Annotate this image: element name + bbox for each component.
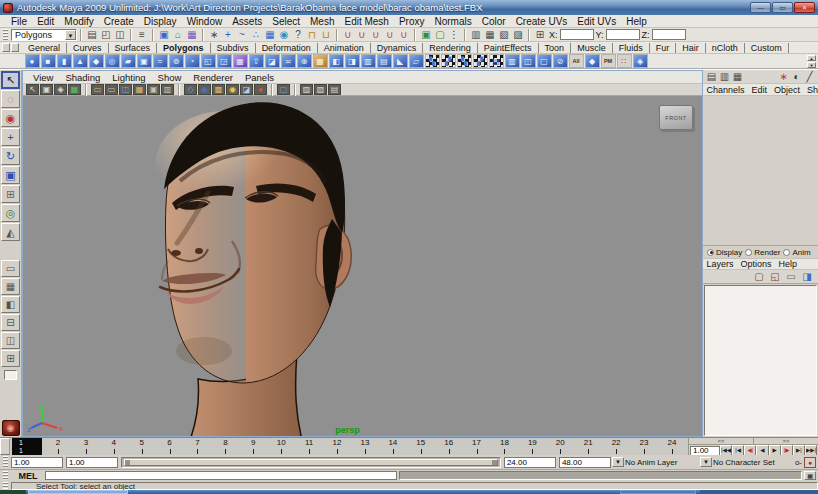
layer-menu-layers[interactable]: Layers [703, 259, 737, 269]
menu-window[interactable]: Window [182, 16, 228, 27]
paint-select-tool[interactable]: ◉ [1, 109, 20, 127]
smooth-shade-display-icon[interactable]: ◆ [198, 84, 211, 95]
start-button[interactable] [0, 490, 26, 494]
magnet-snap-point-icon[interactable]: ∪ [369, 28, 383, 41]
default-material-icon[interactable]: ● [254, 84, 267, 95]
set-key-icon[interactable]: o- [795, 458, 802, 467]
frame-5[interactable]: 5 [128, 438, 156, 455]
frame-17[interactable]: 17 [463, 438, 491, 455]
poly-cube-icon[interactable]: ■ [41, 54, 56, 68]
magnet-snap-curve-icon[interactable]: ∪ [355, 28, 369, 41]
xray-display-icon[interactable]: ▨ [300, 84, 313, 95]
radio-icon[interactable] [707, 249, 714, 256]
shelf-tab-rendering[interactable]: Rendering [423, 43, 478, 53]
time-scroll-bar[interactable]: << >> [689, 438, 818, 445]
offset-edge-loop-icon[interactable]: ▤ [377, 54, 392, 68]
shelf-tab-dynamics[interactable]: Dynamics [371, 43, 424, 53]
layer-mode-anim[interactable]: Anim [783, 248, 810, 257]
move-layer-up-icon[interactable]: ▢ [752, 270, 766, 283]
scale-tool[interactable]: ▣ [1, 166, 20, 184]
frame-7[interactable]: 7 [184, 438, 212, 455]
shelf-menu-icon[interactable] [2, 43, 10, 52]
scroll-left-label[interactable]: << [689, 438, 753, 444]
coordinate-entry-icon[interactable]: ⊞ [533, 28, 547, 41]
magnet-snap-live-icon[interactable]: ∪ [397, 28, 411, 41]
construction-history-off-icon[interactable]: ▢ [433, 28, 447, 41]
show-manipulator-tool[interactable]: ◭ [1, 223, 20, 241]
channel-box-menu-channels[interactable]: Channels [703, 85, 748, 95]
frame-8[interactable]: 8 [211, 438, 239, 455]
shelf-tab-painteffects[interactable]: PaintEffects [478, 43, 539, 53]
panel-menu-lighting[interactable]: Lighting [106, 72, 151, 83]
scroll-up-icon[interactable]: ▲ [807, 55, 816, 61]
snap-to-curve-icon[interactable]: ~ [235, 28, 249, 41]
range-slider-bar-inner[interactable] [124, 459, 498, 466]
panel-menu-panels[interactable]: Panels [239, 72, 280, 83]
menu-set-selector[interactable]: Polygons ▼ [11, 29, 77, 41]
four-pane-layout[interactable]: ▦ [1, 278, 20, 295]
channel-layout-wide-icon[interactable]: ▦ [731, 70, 744, 83]
maya-icon[interactable]: ◉ [2, 420, 20, 436]
quadrangulate-icon[interactable]: ▱ [409, 54, 424, 68]
poly-torus-icon[interactable]: ◎ [105, 54, 120, 68]
animation-end-field[interactable] [559, 457, 611, 468]
frame-19[interactable]: 19 [518, 438, 546, 455]
bevel-icon[interactable]: ◪ [265, 54, 280, 68]
auto-highlight-icon[interactable]: ⊔ [319, 28, 333, 41]
move-tool[interactable]: + [1, 128, 20, 146]
camera-attributes-icon[interactable]: ▣ [40, 84, 53, 95]
lock-selection-icon[interactable]: ⊓ [305, 28, 319, 41]
poly-plane-icon[interactable]: ◆ [89, 54, 104, 68]
character-set-dropdown-icon[interactable]: ▼ [700, 457, 712, 467]
poly-sphere-icon[interactable]: ● [25, 54, 40, 68]
sculpt-polygons-icon[interactable]: ◔ [185, 54, 200, 68]
frame-22[interactable]: 22 [602, 438, 630, 455]
menu-edit-uvs[interactable]: Edit UVs [572, 16, 621, 27]
maximize-button[interactable]: ▭ [772, 2, 793, 13]
poly-pipe-icon[interactable]: ▣ [137, 54, 152, 68]
frame-15[interactable]: 15 [407, 438, 435, 455]
color-per-vertex-icon[interactable]: ∷ [617, 54, 632, 68]
view-cube[interactable]: FRONT [659, 105, 693, 130]
shelf-tab-polygons[interactable]: Polygons [157, 43, 211, 53]
shelf-tab-surfaces[interactable]: Surfaces [109, 43, 158, 53]
obama-head-model[interactable] [120, 96, 380, 436]
smooth-icon[interactable]: ▦ [233, 54, 248, 68]
transfer-attributes-icon[interactable]: ◆ [585, 54, 600, 68]
select-by-component-icon[interactable]: ▦ [185, 28, 199, 41]
cylindrical-mapping-icon[interactable]: ▞ [441, 54, 456, 68]
safe-action-icon[interactable]: ▣ [147, 84, 160, 95]
playback-start-field[interactable] [66, 457, 118, 468]
channel-layout-narrow-icon[interactable]: ▤ [705, 70, 718, 83]
scroll-down-icon[interactable]: ▼ [807, 62, 816, 68]
channel-box-menu-object[interactable]: Object [771, 85, 804, 95]
menu-edit-mesh[interactable]: Edit Mesh [339, 16, 393, 27]
help-line-grip[interactable] [3, 482, 8, 489]
menu-select[interactable]: Select [267, 16, 305, 27]
new-scene-icon[interactable]: ▤ [85, 28, 99, 41]
poly-prism-icon[interactable]: ▰ [121, 54, 136, 68]
channel-speed-icon[interactable]: ◐ [790, 70, 803, 83]
save-scene-icon[interactable]: ◫ [113, 28, 127, 41]
poly-helix-icon[interactable]: ≈ [153, 54, 168, 68]
menu-proxy[interactable]: Proxy [394, 16, 430, 27]
command-input[interactable] [45, 471, 397, 480]
frame-3[interactable]: 3 [72, 438, 100, 455]
soft-mod-tool[interactable]: ◎ [1, 204, 20, 222]
texture-placement-icon[interactable]: ▤ [328, 84, 341, 95]
snap-to-grid-icon[interactable]: + [221, 28, 235, 41]
close-button[interactable]: × [794, 2, 815, 13]
extrude-icon[interactable]: ⇧ [249, 54, 264, 68]
channel-layout-mixed-icon[interactable]: ▥ [718, 70, 731, 83]
triangulate-icon[interactable]: ◣ [393, 54, 408, 68]
layout-uv-icon[interactable]: ▤ [489, 54, 504, 68]
radio-icon[interactable] [745, 249, 752, 256]
separate-icon[interactable]: ◲ [217, 54, 232, 68]
menu-mesh[interactable]: Mesh [305, 16, 339, 27]
persp-graph-layout[interactable]: ⊟ [1, 314, 20, 331]
snap-to-view-plane-icon[interactable]: ▦ [263, 28, 277, 41]
menu-create-uvs[interactable]: Create UVs [511, 16, 573, 27]
planar-mapping-icon[interactable]: ▚ [425, 54, 440, 68]
current-time-field[interactable] [690, 446, 720, 456]
taskbar-item[interactable] [28, 490, 128, 494]
